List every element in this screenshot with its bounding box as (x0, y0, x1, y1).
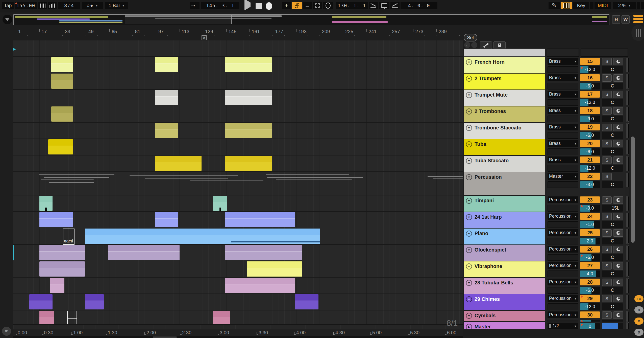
info-view-toggle[interactable]: ≈ (2, 327, 11, 336)
group-clip-overview[interactable] (39, 173, 321, 194)
sends-slot[interactable] (548, 116, 578, 122)
clip[interactable] (225, 212, 295, 227)
track-fold-icon[interactable]: ▼ (466, 92, 472, 98)
track-name-cell[interactable]: ▼French Horn (464, 57, 545, 73)
sends-slot[interactable] (548, 66, 578, 73)
clip[interactable] (225, 278, 295, 293)
track-header-percussion[interactable]: ☰PercussionMaster▼22S-3.0C (464, 172, 629, 195)
track-fold-icon[interactable]: ▼ (466, 247, 472, 253)
fit-width-button[interactable]: W (622, 15, 630, 24)
routing-selector[interactable]: Percussion▼ (548, 279, 578, 285)
empty-track-lane[interactable] (13, 40, 463, 57)
routing-selector[interactable]: 1/2▼ (548, 323, 578, 329)
solo-button[interactable]: S (602, 173, 612, 180)
track-fold-icon[interactable]: ▼ (466, 313, 472, 319)
punch-out-button[interactable] (390, 2, 400, 9)
midi-channel-box[interactable]: 17 (580, 91, 600, 98)
clip[interactable] (51, 57, 73, 72)
track-fold-icon[interactable]: ▼ (466, 231, 472, 237)
pan-field[interactable]: 0 (602, 323, 623, 329)
routing-selector[interactable]: Brass▼ (548, 107, 578, 114)
clip[interactable] (225, 156, 272, 171)
pan-field[interactable]: 15L (602, 205, 623, 212)
track-activator-button[interactable] (613, 140, 623, 147)
solo-button[interactable]: S (602, 58, 612, 65)
arrangement-area[interactable]: eacti (13, 40, 463, 324)
sends-slot[interactable] (548, 254, 578, 261)
track-name-cell[interactable]: ▼29 Chimes (464, 294, 545, 310)
midi-channel-box[interactable]: 30 (580, 311, 600, 318)
pan-field[interactable]: C (602, 116, 623, 122)
midi-channel-box[interactable]: 25 (580, 229, 600, 236)
set-locator-button[interactable]: Set (464, 34, 477, 41)
back-to-arrangement-circle-button[interactable] (3, 15, 12, 24)
arrangement-position-field[interactable]: 145. 3. 1 (201, 2, 239, 9)
track-name-cell[interactable]: ▼Piano (464, 228, 545, 245)
routing-selector[interactable]: Brass▼ (548, 58, 578, 65)
pan-field[interactable]: C (602, 132, 623, 139)
midi-channel-box[interactable]: 29 (580, 295, 600, 302)
arrangement-overview[interactable] (13, 14, 609, 25)
track-header-french-horn[interactable]: ▼French HornBrass▼15S-12.0C (464, 57, 629, 73)
sends-slot[interactable] (548, 165, 578, 172)
track-header-2-trombones[interactable]: ▼2 TrombonesBrass▼18S-9.0C (464, 106, 629, 123)
pan-field[interactable]: C (602, 238, 623, 244)
clip[interactable] (155, 156, 202, 171)
link-button[interactable] (480, 41, 492, 49)
solo-button[interactable]: S (602, 279, 612, 286)
clip[interactable] (155, 90, 178, 105)
track-fold-icon[interactable]: ▼ (466, 59, 472, 65)
track-fold-icon[interactable]: ☰ (466, 174, 472, 180)
volume-field[interactable]: -12.0 (580, 303, 600, 310)
volume-field[interactable]: -6.0 (580, 148, 600, 155)
clip[interactable]: eacti (63, 229, 75, 245)
track-header-28-tubular-bells[interactable]: ▼28 Tubular BellsPercussion▼28S-6.0C (464, 278, 629, 294)
track-activator-button[interactable] (613, 91, 623, 98)
track-lane-tuba[interactable] (13, 139, 463, 155)
track-activator-button[interactable] (613, 213, 623, 220)
track-header-trumpet-mute[interactable]: ▼Trumpet MuteBrass▼17S-12.0C (464, 90, 629, 106)
clip[interactable] (225, 245, 302, 260)
volume-field[interactable]: -9.0 (580, 116, 600, 122)
back-to-arrangement-button[interactable]: ← (303, 2, 312, 9)
routing-selector[interactable]: Percussion▼ (548, 295, 578, 302)
track-header-29-chimes[interactable]: ▼29 ChimesPercussion▼29S-12.0C (464, 294, 629, 310)
track-activator-button[interactable] (613, 295, 623, 302)
midi-map-button[interactable]: MIDI (595, 2, 611, 9)
clip[interactable] (213, 311, 230, 324)
time-signature-field[interactable]: 3 / 4 (58, 2, 80, 9)
midi-channel-box[interactable]: 15 (580, 58, 600, 65)
horizontal-scrollbar[interactable] (13, 336, 463, 338)
solo-button[interactable]: S (602, 156, 612, 164)
loop-button[interactable] (379, 2, 389, 9)
sends-slot[interactable] (548, 99, 578, 106)
sends-slot[interactable] (548, 320, 578, 322)
pan-field[interactable]: C (602, 221, 623, 228)
routing-selector[interactable]: Percussion▼ (548, 196, 578, 203)
track-name-cell[interactable]: ▼Timpani (464, 195, 545, 212)
track-header-timpani[interactable]: ▼TimpaniPercussion▼23S-9.015L (464, 195, 629, 212)
routing-selector[interactable]: Brass▼ (548, 124, 578, 130)
track-header-tuba-staccato[interactable]: ▼Tuba StaccatoBrass▼21S-12.0C (464, 155, 629, 172)
midi-channel-box[interactable]: 22 (580, 173, 600, 180)
track-lane-2-trombones[interactable] (13, 106, 463, 123)
draw-mode-button[interactable]: ✎ (549, 2, 560, 9)
track-activator-button[interactable] (613, 279, 623, 286)
volume-field[interactable]: -6.0 (580, 254, 600, 261)
clip[interactable] (108, 245, 180, 260)
loop-start-field[interactable]: 130. 1. 1 (336, 2, 368, 9)
track-fold-icon[interactable]: ▼ (466, 214, 472, 220)
fit-height-button[interactable]: H (612, 15, 620, 24)
track-name-cell[interactable]: ▼Glockenspiel (464, 245, 545, 261)
routing-selector[interactable]: Percussion▼ (548, 246, 578, 253)
nudge-up-button[interactable] (48, 2, 57, 9)
clip[interactable] (295, 294, 318, 309)
track-name-cell[interactable]: ▼24 1st Harp (464, 212, 545, 228)
midi-channel-box[interactable]: 23 (580, 196, 600, 203)
midi-arrangement-overdub-button[interactable] (292, 2, 302, 9)
solo-button[interactable]: S (602, 124, 612, 131)
clip[interactable] (29, 294, 53, 309)
track-lane-29-chimes[interactable] (13, 294, 463, 310)
clip[interactable] (50, 278, 64, 293)
computer-midi-keyboard-button[interactable] (561, 2, 572, 9)
